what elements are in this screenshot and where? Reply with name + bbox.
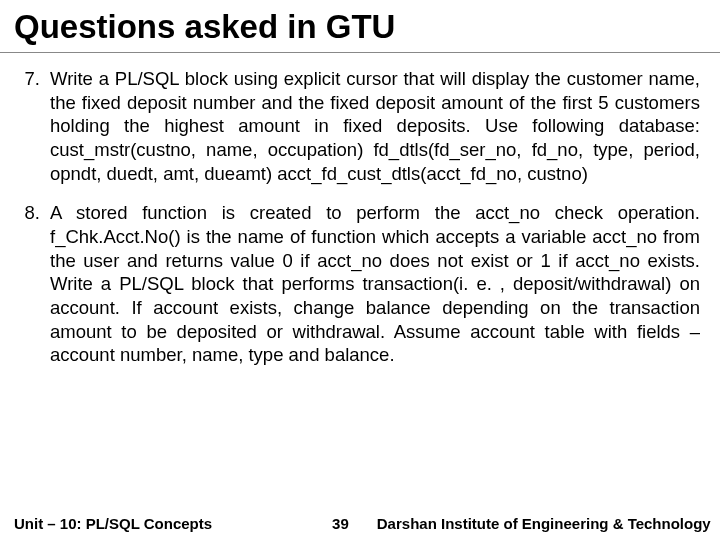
footer-institute: Darshan Institute of Engineering & Techn… xyxy=(377,515,711,532)
content-area: 7. Write a PL/SQL block using explicit c… xyxy=(0,53,720,367)
footer-unit: Unit – 10: PL/SQL Concepts xyxy=(14,515,212,532)
item-number: 8. xyxy=(20,201,50,367)
list-item: 7. Write a PL/SQL block using explicit c… xyxy=(20,67,700,185)
item-number: 7. xyxy=(20,67,50,185)
item-text: A stored function is created to perform … xyxy=(50,201,700,367)
list-item: 8. A stored function is created to perfo… xyxy=(20,201,700,367)
item-text: Write a PL/SQL block using explicit curs… xyxy=(50,67,700,185)
slide-title: Questions asked in GTU xyxy=(0,0,720,53)
footer-page: 39 xyxy=(212,515,377,532)
footer: Unit – 10: PL/SQL Concepts 39 Darshan In… xyxy=(0,509,720,540)
